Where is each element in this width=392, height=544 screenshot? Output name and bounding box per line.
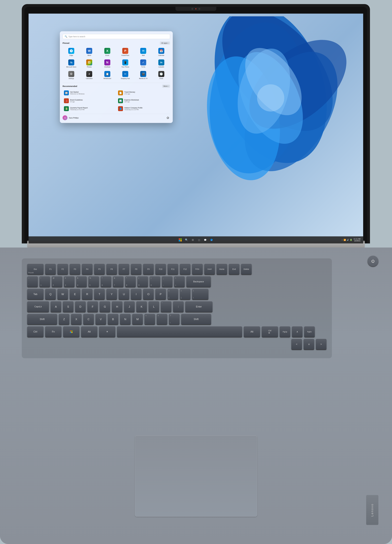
key-3[interactable]: #3 xyxy=(64,276,75,287)
key-tab[interactable]: Tab xyxy=(27,289,43,300)
search-bar[interactable]: 🔍 Type here to search xyxy=(63,34,170,39)
app-calculator[interactable]: # Calculator xyxy=(81,70,98,81)
app-linkedin[interactable]: in LinkedIn xyxy=(153,58,170,69)
key-g[interactable]: G xyxy=(100,301,110,312)
key-rbracket[interactable]: }] xyxy=(180,289,190,300)
key-f10[interactable]: F10 xyxy=(155,264,166,274)
key-n[interactable]: N xyxy=(120,314,131,325)
key-f11[interactable]: F11 xyxy=(168,264,178,274)
key-minus[interactable]: _− xyxy=(162,276,172,287)
app-mail[interactable]: ✉ Mail xyxy=(135,47,152,58)
key-alt-left[interactable]: Alt xyxy=(81,326,97,337)
app-yourphone[interactable]: 📱 Your Phone xyxy=(117,58,134,69)
taskbar-edge-button[interactable] xyxy=(209,237,214,243)
power-button[interactable]: ⏻ xyxy=(166,116,170,120)
key-c[interactable]: C xyxy=(83,314,94,325)
key-f6[interactable]: F6 xyxy=(106,264,117,274)
key-e[interactable]: E xyxy=(70,289,80,300)
key-y[interactable]: Y xyxy=(106,289,117,300)
app-photos[interactable]: 🖼 Photos xyxy=(81,58,98,69)
rec-get-started[interactable]: 🪟 Get Started Welcome to Windows xyxy=(63,89,116,96)
key-space[interactable] xyxy=(117,326,242,337)
app-edge[interactable]: Edge xyxy=(63,47,80,58)
key-j[interactable]: J xyxy=(124,301,135,312)
rec-expense[interactable]: 📊 Expense Worksheet 12h ago xyxy=(117,97,170,104)
key-q[interactable]: Q xyxy=(45,289,56,300)
key-i[interactable]: I xyxy=(131,289,142,300)
rec-payroll[interactable]: 📗 Quarterly Payroll Report Yesterday at … xyxy=(63,105,116,112)
app-calendar[interactable]: 📅 Calendar xyxy=(153,47,170,58)
key-insert[interactable]: Insert xyxy=(204,264,215,274)
rec-brand[interactable]: 📕 Brand Guidelines 2h ago xyxy=(63,97,116,104)
key-lbracket[interactable]: {[ xyxy=(168,289,178,300)
key-delete[interactable]: Delete xyxy=(241,264,252,274)
key-x[interactable]: X xyxy=(71,314,82,325)
key-5[interactable]: %5 xyxy=(89,276,99,287)
key-f[interactable]: F xyxy=(87,301,98,312)
key-h[interactable]: H xyxy=(112,301,122,312)
key-home[interactable]: Home xyxy=(217,264,227,274)
key-alt-right[interactable]: Alt xyxy=(244,326,260,337)
key-f9[interactable]: F9 xyxy=(143,264,154,274)
taskbar-widgets-button[interactable]: ◫ xyxy=(196,237,202,243)
key-equals[interactable]: += xyxy=(174,276,185,287)
app-todo[interactable]: ✓ To Do xyxy=(135,58,152,69)
key-l[interactable]: L xyxy=(148,301,159,312)
key-prtsc[interactable]: PrtSc xyxy=(192,264,203,274)
key-backspace[interactable]: Backspace xyxy=(186,276,211,287)
key-brightness[interactable]: ☀ xyxy=(99,326,115,337)
key-shift-right[interactable]: Shift xyxy=(181,314,211,325)
key-v[interactable]: V xyxy=(95,314,106,325)
rec-adatum[interactable]: 📘 Adatum Company Profile Yesterday at 1:… xyxy=(117,105,170,112)
app-movies[interactable]: 🎬 Movies & TV xyxy=(135,70,152,81)
key-ctrl-right[interactable]: Ctrl⊞ xyxy=(262,326,278,337)
key-b[interactable]: B xyxy=(108,314,118,325)
rec-travel[interactable]: 📄 Travel Itinerary 17m ago xyxy=(117,89,170,96)
key-9[interactable]: (9 xyxy=(137,276,148,287)
key-a[interactable]: A xyxy=(51,301,61,312)
key-k[interactable]: K xyxy=(136,301,147,312)
key-4[interactable]: $4 xyxy=(76,276,87,287)
app-settings[interactable]: ⚙ Settings xyxy=(63,70,80,81)
app-word[interactable]: W Word xyxy=(81,47,98,58)
trackpad[interactable] xyxy=(135,435,257,517)
key-f1[interactable]: F1 xyxy=(45,264,56,274)
key-p[interactable]: P xyxy=(155,289,166,300)
key-comma[interactable]: <, xyxy=(144,314,155,325)
key-f5[interactable]: F5 xyxy=(94,264,105,274)
key-backslash[interactable]: |\ xyxy=(192,289,208,300)
taskbar-chat-button[interactable]: 💬 xyxy=(202,237,208,243)
key-f3[interactable]: F3 xyxy=(70,264,80,274)
app-excel[interactable]: X Excel xyxy=(99,47,116,58)
key-shift-left[interactable]: Shift xyxy=(27,314,57,325)
key-pgup[interactable]: PgUp xyxy=(280,326,290,337)
key-0[interactable]: )0 xyxy=(150,276,160,287)
key-semicolon[interactable]: ": xyxy=(161,301,171,312)
app-snipping[interactable]: ✂ Snipping Tool xyxy=(117,70,134,81)
key-enter[interactable]: Enter xyxy=(185,301,213,312)
key-pgdn[interactable]: PgDn xyxy=(304,326,315,337)
key-7[interactable]: &7 xyxy=(113,276,124,287)
key-end[interactable]: End xyxy=(229,264,239,274)
taskbar-search-button[interactable]: 🔍 xyxy=(184,237,189,243)
key-m[interactable]: M xyxy=(132,314,143,325)
key-arrow-down[interactable]: ∨ xyxy=(303,339,314,349)
app-whiteboard[interactable]: 📋 Whiteboard xyxy=(99,70,116,81)
key-capslock[interactable]: CapsLk xyxy=(27,301,49,312)
key-ctrl-left[interactable]: Ctrl xyxy=(27,326,43,337)
key-arrow-left[interactable]: < xyxy=(291,339,302,349)
key-o[interactable]: O xyxy=(143,289,154,300)
key-t[interactable]: T xyxy=(94,289,105,300)
taskbar-taskview-button[interactable]: ⊞ xyxy=(190,237,196,243)
key-f4[interactable]: F4 xyxy=(82,264,93,274)
key-z[interactable]: Z xyxy=(59,314,69,325)
app-clock[interactable]: 🕐 Clock xyxy=(153,70,170,81)
key-backtick[interactable]: ~` xyxy=(27,276,38,287)
chevron-up-icon[interactable]: ∧ xyxy=(342,239,343,241)
key-w[interactable]: W xyxy=(57,289,68,300)
key-s[interactable]: S xyxy=(63,301,73,312)
key-u[interactable]: U xyxy=(119,289,129,300)
user-info[interactable]: S Sara Phillips xyxy=(63,115,79,120)
taskbar-start-button[interactable] xyxy=(178,237,183,243)
key-f7[interactable]: F7 xyxy=(119,264,129,274)
